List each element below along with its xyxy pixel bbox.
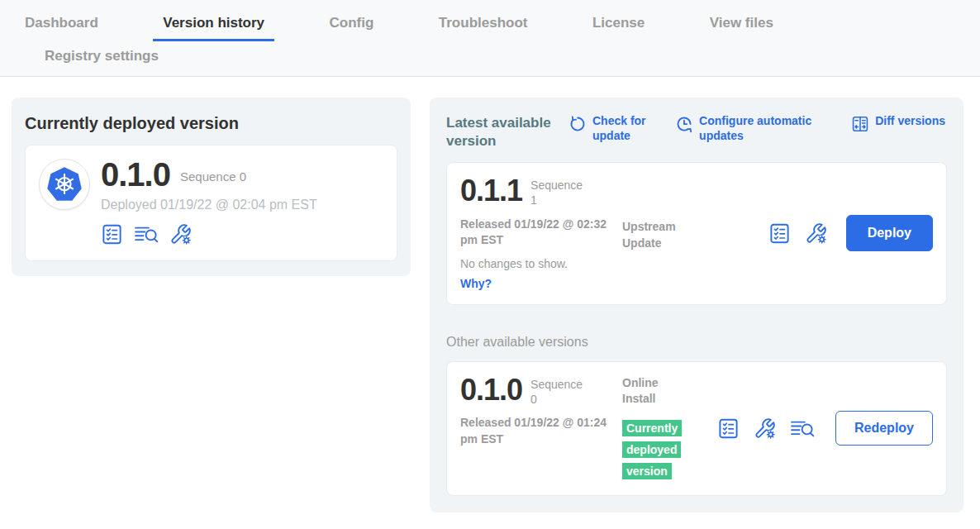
currently-deployed-panel: Currently deployed version 0.1.0 Sequenc… [12, 98, 411, 276]
latest-available-title: Latest available version [446, 114, 568, 150]
version-actions: Check for update Configure automatic upd… [568, 114, 947, 143]
other-version-info: 0.1.0 Sequence 0 Released 01/19/22 @ 01:… [460, 375, 622, 482]
other-sequence-label: Sequence 0 [530, 375, 588, 407]
latest-version-card: 0.1.1 Sequence 1 Released 01/19/22 @ 02:… [446, 162, 947, 305]
other-version-number: 0.1.0 [460, 375, 522, 405]
configure-automatic-updates-link[interactable]: Configure automatic updates [675, 114, 831, 143]
tab-registry-settings[interactable]: Registry settings [35, 43, 169, 68]
other-source-column: Online Install Currently deployed versio… [622, 375, 702, 482]
tab-dashboard[interactable]: Dashboard [15, 10, 108, 41]
other-version-card: 0.1.0 Sequence 0 Released 01/19/22 @ 01:… [446, 361, 947, 496]
preflight-checks-icon[interactable] [101, 223, 123, 245]
tab-troubleshoot[interactable]: Troubleshoot [429, 10, 538, 41]
currently-deployed-badge-wrap: Currently deployed version [622, 417, 698, 482]
top-navigation: Dashboard Version history Config Trouble… [0, 0, 980, 77]
preflight-checks-icon[interactable] [768, 222, 791, 245]
edit-config-icon[interactable] [169, 223, 192, 245]
tab-config[interactable]: Config [320, 10, 384, 41]
other-version-actions: Redeploy [717, 411, 933, 446]
tab-view-files[interactable]: View files [700, 10, 783, 41]
diff-versions-label: Diff versions [875, 114, 945, 143]
deploy-logs-icon[interactable] [134, 223, 159, 245]
latest-released-timestamp: Released 01/19/22 @ 02:32 pm EST [460, 217, 611, 249]
available-versions-panel: Latest available version Check for updat… [430, 98, 963, 512]
diff-versions-link[interactable]: Diff versions [851, 114, 945, 143]
configure-automatic-updates-label: Configure automatic updates [699, 114, 831, 143]
redeploy-button[interactable]: Redeploy [835, 411, 933, 446]
currently-deployed-title: Currently deployed version [25, 114, 397, 133]
preflight-checks-icon[interactable] [717, 417, 740, 440]
main-content: Currently deployed version 0.1.0 Sequenc… [0, 77, 980, 512]
kubernetes-logo [39, 159, 90, 210]
latest-version-info: 0.1.1 Sequence 1 Released 01/19/22 @ 02:… [460, 176, 622, 291]
deployed-version-details: 0.1.0 Sequence 0 Deployed 01/19/22 @ 02:… [101, 159, 317, 245]
latest-sequence-label: Sequence 1 [530, 176, 588, 207]
other-released-timestamp: Released 01/19/22 @ 01:24 pm EST [460, 415, 611, 447]
currently-deployed-badge: Currently deployed version [622, 420, 682, 479]
deployed-version-card: 0.1.0 Sequence 0 Deployed 01/19/22 @ 02:… [25, 145, 397, 261]
latest-source-column: Upstream Update [622, 176, 702, 291]
tab-license[interactable]: License [583, 10, 654, 41]
schedule-refresh-icon [675, 115, 693, 133]
deploy-button[interactable]: Deploy [846, 215, 933, 251]
deploy-logs-icon[interactable] [790, 417, 815, 440]
online-install-label: Online Install [622, 375, 690, 407]
deployed-version-number: 0.1.0 [101, 159, 170, 190]
nav-row-secondary: Registry settings [0, 43, 980, 76]
check-for-update-label: Check for update [592, 114, 655, 143]
deployed-sequence-label: Sequence 0 [180, 159, 246, 183]
edit-config-icon[interactable] [805, 222, 827, 245]
tab-version-history[interactable]: Version history [153, 10, 274, 41]
edit-config-icon[interactable] [754, 417, 776, 440]
latest-version-number: 0.1.1 [460, 176, 522, 206]
upstream-update-label: Upstream Update [622, 219, 690, 251]
no-changes-text: No changes to show. [460, 257, 622, 270]
latest-version-actions: Deploy [768, 215, 933, 251]
deployed-timestamp: Deployed 01/19/22 @ 02:04 pm EST [101, 198, 317, 212]
other-versions-title: Other available versions [446, 335, 947, 350]
refresh-icon [568, 115, 587, 133]
check-for-update-link[interactable]: Check for update [568, 114, 655, 143]
why-link[interactable]: Why? [460, 277, 492, 290]
nav-row-primary: Dashboard Version history Config Trouble… [0, 10, 980, 41]
diff-columns-icon [851, 115, 869, 133]
